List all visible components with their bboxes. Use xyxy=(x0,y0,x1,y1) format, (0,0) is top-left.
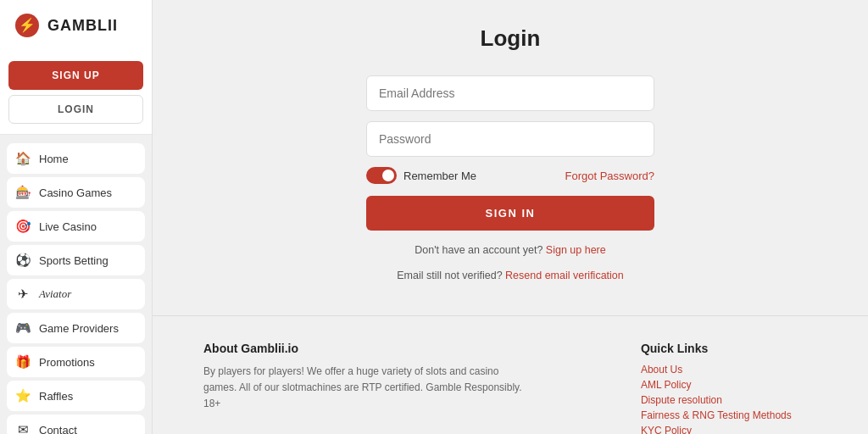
sidebar-item-label: Home xyxy=(39,153,69,165)
sidebar-item-contact[interactable]: ✉ Contact xyxy=(7,415,145,434)
email-field[interactable] xyxy=(366,75,654,111)
nav-menu: 🏠 Home 🎰 Casino Games 🎯 Live Casino ⚽ Sp… xyxy=(0,135,152,434)
page-title: Login xyxy=(481,25,541,52)
footer-link-fairness[interactable]: Fairness & RNG Testing Methods xyxy=(641,409,817,421)
sidebar-item-game-providers[interactable]: 🎮 Game Providers xyxy=(7,313,145,343)
footer-links-title: Quick Links xyxy=(641,342,817,355)
toggle-slider xyxy=(366,167,397,184)
aviator-icon: ✈ xyxy=(15,287,31,302)
sidebar-item-label: Game Providers xyxy=(39,322,119,335)
resend-verification-link[interactable]: Resend email verification xyxy=(505,270,624,281)
home-icon: 🏠 xyxy=(15,151,31,166)
sidebar-item-sports-betting[interactable]: ⚽ Sports Betting xyxy=(7,245,145,275)
raffles-icon: ⭐ xyxy=(15,388,31,403)
sidebar-item-promotions[interactable]: 🎁 Promotions xyxy=(7,347,145,377)
sidebar-item-label: Aviator xyxy=(39,287,71,301)
contact-icon: ✉ xyxy=(15,422,31,434)
footer: About Gamblii.io By players for players!… xyxy=(153,315,868,434)
logo-icon: ⚡ xyxy=(14,12,41,39)
remember-forgot-row: Remember Me Forgot Password? xyxy=(366,167,654,184)
footer-link-aml[interactable]: AML Policy xyxy=(641,379,817,391)
footer-link-about-us[interactable]: About Us xyxy=(641,364,817,376)
no-account-text: Don't have an account yet? Sign up here xyxy=(366,244,654,256)
promotions-icon: 🎁 xyxy=(15,354,31,370)
footer-grid: About Gamblii.io By players for players!… xyxy=(203,342,817,434)
remember-me-text: Remember Me xyxy=(403,170,476,182)
brand-name: GAMBLII xyxy=(47,17,118,35)
sidebar-item-label: Contact xyxy=(39,424,77,435)
sidebar-item-live-casino[interactable]: 🎯 Live Casino xyxy=(7,211,145,242)
remember-me-toggle[interactable] xyxy=(366,167,397,184)
sidebar-item-raffles[interactable]: ⭐ Raffles xyxy=(7,381,145,411)
login-form: Remember Me Forgot Password? SIGN IN Don… xyxy=(366,75,654,281)
login-button[interactable]: LOGIN xyxy=(8,95,143,124)
footer-link-dispute[interactable]: Dispute resolution xyxy=(641,394,817,406)
auth-buttons: SIGN UP LOGIN xyxy=(0,51,152,135)
signin-button[interactable]: SIGN IN xyxy=(366,196,654,231)
svg-text:⚡: ⚡ xyxy=(19,17,36,33)
sidebar-item-label: Live Casino xyxy=(39,220,97,233)
sidebar-item-home[interactable]: 🏠 Home xyxy=(7,143,145,174)
footer-about: About Gamblii.io By players for players!… xyxy=(203,342,590,434)
not-verified-text: Email still not verified? Resend email v… xyxy=(366,270,654,281)
signup-link[interactable]: Sign up here xyxy=(546,244,606,256)
sidebar-item-casino-games[interactable]: 🎰 Casino Games xyxy=(7,177,145,208)
remember-me-label[interactable]: Remember Me xyxy=(366,167,476,184)
footer-about-title: About Gamblii.io xyxy=(203,342,590,355)
sidebar: ⚡ GAMBLII SIGN UP LOGIN 🏠 Home 🎰 Casino … xyxy=(0,0,153,434)
sidebar-item-label: Sports Betting xyxy=(39,254,108,267)
footer-quick-links: Quick Links About Us AML Policy Dispute … xyxy=(641,342,817,434)
signup-button[interactable]: SIGN UP xyxy=(8,61,143,90)
password-field[interactable] xyxy=(366,121,654,157)
live-casino-icon: 🎯 xyxy=(15,219,31,234)
footer-link-kyc[interactable]: KYC Policy xyxy=(641,425,817,434)
logo-area: ⚡ GAMBLII xyxy=(0,0,152,51)
casino-icon: 🎰 xyxy=(15,185,31,200)
footer-about-text: By players for players! We offer a huge … xyxy=(203,364,526,413)
sidebar-item-label: Casino Games xyxy=(39,186,112,199)
game-providers-icon: 🎮 xyxy=(15,320,31,336)
sidebar-item-aviator[interactable]: ✈ Aviator xyxy=(7,279,145,309)
forgot-password-link[interactable]: Forgot Password? xyxy=(565,170,655,182)
main-content: Login Remember Me Forgot Password? SIGN … xyxy=(153,0,868,434)
sports-icon: ⚽ xyxy=(15,253,31,268)
sidebar-item-label: Promotions xyxy=(39,356,95,369)
login-section: Login Remember Me Forgot Password? SIGN … xyxy=(153,0,868,315)
sidebar-item-label: Raffles xyxy=(39,390,73,403)
